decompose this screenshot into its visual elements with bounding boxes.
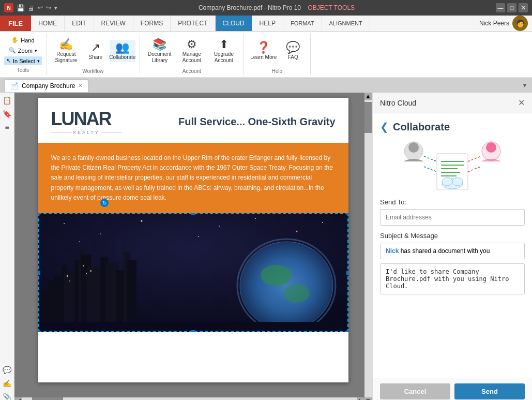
tools-group: ✋ Hand 🔍 Zoom ▾ ↖ In Select ▾ Tools [0,34,47,75]
sidebar-comments-icon[interactable]: 💬 [2,364,13,376]
scroll-right-btn[interactable]: ▶ [357,397,364,400]
sidebar-signatures-icon[interactable]: ✍ [2,378,13,389]
main-area: 📋 🔖 ≡ 💬 ✍ 📎 ▲ ▼ ◀ ▶ [0,93,532,400]
svg-point-37 [408,142,419,153]
tab-alignment[interactable]: ALIGNMENT [322,16,370,31]
h-scroll-thumb[interactable] [32,397,63,400]
workflow-group: ✍ Request Signature ↗ Share 👥 Collaborat… [47,34,140,75]
scroll-down-btn[interactable]: ▼ [364,397,372,400]
send-button[interactable]: Send [454,383,525,399]
avatar: 🧑 [512,16,528,31]
tab-edit[interactable]: EDIT [65,16,94,31]
tabs-bar: 📄 Company Brochure ✕ ▼ [0,78,532,93]
tab-close-icon[interactable]: ✕ [78,82,83,89]
tab-cloud[interactable]: CLOUD [216,16,252,31]
doc-tab[interactable]: 📄 Company Brochure ✕ [4,79,88,92]
collaborate-label: Collaborate [109,54,135,60]
tab-label: Company Brochure [22,82,75,90]
corner-handle-tl[interactable] [38,213,40,215]
sidebar-thumbnails-icon[interactable]: 📋 [2,95,13,106]
collaborate-button[interactable]: 👥 Collaborate [110,40,135,62]
quick-print-icon[interactable]: 🖨 [28,4,35,12]
sidebar-attachments-icon[interactable]: 📎 [2,391,13,400]
tools-buttons: ✋ Hand 🔍 Zoom ▾ ↖ In Select ▾ [4,36,42,66]
logo-text: LUNAR [51,108,121,130]
undo-icon[interactable]: ↩ [38,4,43,11]
scroll-thumb[interactable] [364,102,372,133]
vertical-scrollbar[interactable]: ▲ ▼ [364,93,372,400]
mid-handle-r[interactable] [346,271,348,275]
back-button[interactable]: ❮ [380,121,389,133]
message-input[interactable]: I'd like to share Company Brochure.pdf w… [380,263,525,294]
sidebar-layers-icon[interactable]: ≡ [2,122,13,133]
share-button[interactable]: ↗ Share [83,40,109,62]
zoom-icon: 🔍 [9,47,16,54]
tab-home[interactable]: HOME [31,16,65,31]
request-signature-button[interactable]: ✍ Request Signature [51,37,82,66]
collab-illustration [380,138,525,190]
illustration-svg [396,138,509,190]
scroll-up-btn[interactable]: ▲ [364,93,372,100]
tab-scroll-right[interactable]: ▼ [522,82,528,89]
panel-close-button[interactable]: ✕ [518,98,525,108]
tab-review[interactable]: REVIEW [94,16,133,31]
mid-handle-b[interactable] [191,330,195,332]
panel-body: ❮ Collaborate [373,113,532,378]
corner-handle-tr[interactable] [346,213,348,215]
cancel-button[interactable]: Cancel [380,383,450,399]
doc-area: ▲ ▼ ◀ ▶ LUNAR [14,93,372,400]
doc-scroll[interactable]: ▲ ▼ ◀ ▶ LUNAR [14,93,372,400]
panel-title: Nitro Cloud [380,99,416,107]
mid-handle-l[interactable] [38,271,40,275]
maximize-button[interactable]: □ [507,3,516,12]
select-icon: ↖ [6,57,11,64]
share-icon: ↗ [91,42,100,53]
close-button[interactable]: ✕ [519,3,528,12]
panel-footer: Cancel Send [373,378,532,400]
minimize-button[interactable]: — [496,3,505,12]
user-area: Nick Peers 🧑 [475,16,532,31]
manage-account-label: Manage Account [177,51,206,64]
logo-realty: REALTY [51,130,121,135]
subject-input[interactable]: Nick has shared a document with you [380,243,525,259]
tab-protect[interactable]: PROTECT [171,16,215,31]
selection-handle[interactable]: ↻ [100,199,109,207]
svg-line-38 [424,156,437,161]
mid-handle-t[interactable] [191,213,195,215]
account-buttons: 📚 Document Library ⚙ Manage Account ⬆ Up… [144,35,239,67]
manage-account-button[interactable]: ⚙ Manage Account [176,37,207,66]
faq-button[interactable]: 💬 FAQ [280,40,306,62]
select-label: In Select [13,58,35,64]
tab-help[interactable]: HELP [252,16,283,31]
doc-library-button[interactable]: 📚 Document Library [144,37,175,66]
horizontal-scrollbar[interactable]: ◀ ▶ [14,397,364,400]
tab-format[interactable]: FORMAT [283,16,322,31]
collaborate-title: Collaborate [393,121,450,133]
redo-icon[interactable]: ↪ [46,4,51,11]
tab-forms[interactable]: FORMS [133,16,171,31]
svg-point-47 [442,177,452,186]
svg-line-39 [424,167,437,172]
quick-save-icon[interactable]: 💾 [17,4,25,12]
corner-handle-bl[interactable] [38,330,40,332]
sidebar-bookmarks-icon[interactable]: 🔖 [2,108,13,120]
file-button[interactable]: FILE [0,16,31,31]
learn-more-button[interactable]: ❓ Learn More [248,40,279,63]
zoom-tool[interactable]: 🔍 Zoom ▾ [7,46,39,55]
select-tool[interactable]: ↖ In Select ▾ [4,56,42,65]
scroll-left-btn[interactable]: ◀ [14,397,22,400]
upgrade-icon: ⬆ [219,39,229,50]
faq-label: FAQ [288,54,298,60]
email-input[interactable] [380,209,525,226]
upgrade-account-button[interactable]: ⬆ Upgrade Account [208,37,239,66]
doc-library-icon: 📚 [153,39,166,50]
learn-more-label: Learn More [250,54,277,61]
body-text: We are a family-owned business located o… [51,153,336,203]
svg-point-52 [486,142,496,153]
faq-icon: 💬 [286,42,300,53]
title-bar-controls: — □ ✕ [496,3,528,12]
logo-sub: REALTY [73,130,100,135]
hand-tool[interactable]: ✋ Hand [9,36,36,45]
account-label: Account [183,67,201,74]
corner-handle-br[interactable] [346,330,348,332]
